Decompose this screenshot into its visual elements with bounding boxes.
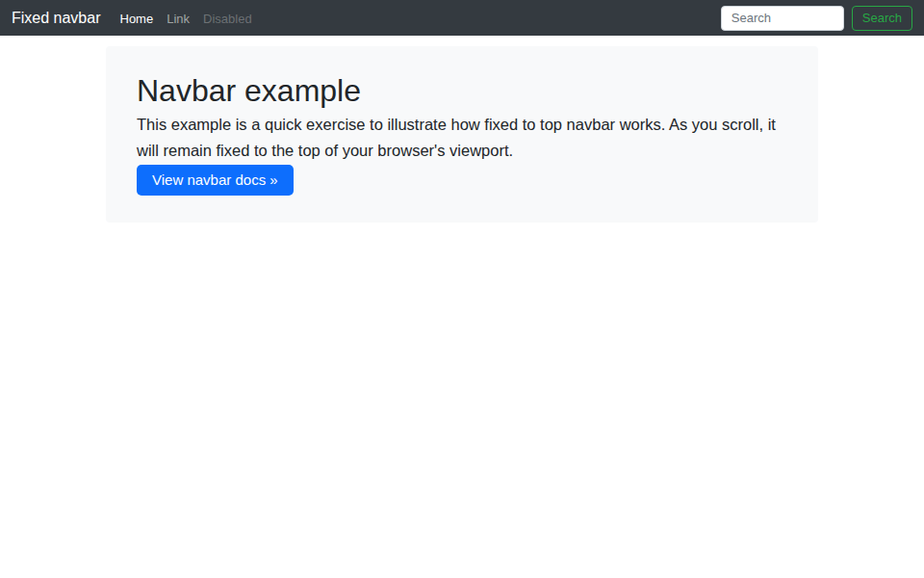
main-content: Navbar example This example is a quick e… <box>106 46 818 223</box>
hero-description: This example is a quick exercise to illu… <box>137 112 787 164</box>
navbar-search-form: Search <box>721 6 912 31</box>
nav-link-link[interactable]: Link <box>160 12 196 26</box>
search-button[interactable]: Search <box>852 6 912 31</box>
nav-link-home[interactable]: Home <box>114 12 161 26</box>
nav-link-disabled: Disabled <box>196 12 259 26</box>
search-input[interactable] <box>721 6 844 31</box>
navbar-brand[interactable]: Fixed navbar <box>12 10 101 27</box>
page-title: Navbar example <box>137 72 787 109</box>
view-navbar-docs-button[interactable]: View navbar docs » <box>137 165 294 196</box>
nav-item-home: Home <box>114 10 161 27</box>
top-navbar: Fixed navbar Home Link Disabled Search <box>0 0 924 36</box>
nav-item-link: Link <box>160 10 196 27</box>
nav-item-disabled: Disabled <box>196 10 259 27</box>
navbar-nav: Home Link Disabled <box>114 10 259 27</box>
hero-panel: Navbar example This example is a quick e… <box>106 46 818 223</box>
